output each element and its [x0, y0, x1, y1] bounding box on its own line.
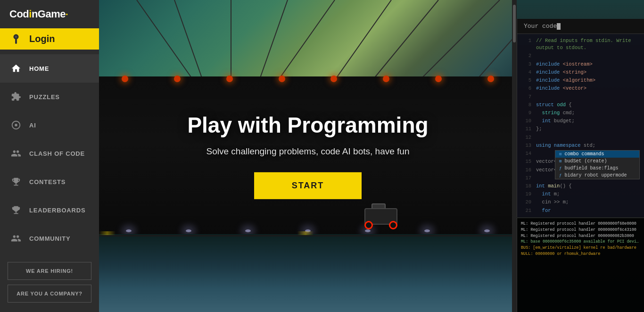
code-lines: 1// Read inputs from stdin. Write output… [517, 34, 644, 217]
floor-divider [99, 235, 512, 236]
bg-bottom-water [99, 234, 512, 312]
scrollbar[interactable] [512, 0, 517, 312]
hero-title: Play with Programming [173, 113, 442, 137]
code-line: 18int main() { [517, 182, 644, 190]
hero-subtitle: Solve challenging problems, code AI bots… [173, 145, 442, 158]
home-icon [9, 62, 23, 75]
nav-leaderboards-label: LEADERBOARDS [29, 207, 85, 214]
code-line: 10 int budget; [517, 117, 644, 125]
svg-line-4 [137, 0, 193, 80]
ac-item: ⊞ budSet (create) [555, 158, 639, 165]
code-panel: Your code 1// Read inputs from stdin. Wr… [517, 19, 644, 217]
bottom-buttons: WE ARE HIRING! ARE YOU A COMPANY? [0, 253, 99, 312]
clash-icon [9, 147, 23, 160]
ac-item: ⊞ combo commands [555, 151, 639, 158]
start-button[interactable]: START [254, 172, 362, 199]
code-line: 13using namespace std; [517, 142, 644, 150]
code-line: 9 string cmd; [517, 109, 644, 117]
code-line: 12 [517, 134, 644, 142]
code-panel-header: Your code [517, 19, 644, 34]
robot-wheel-left [364, 221, 373, 229]
sidebar-item-ai[interactable]: AI [0, 111, 99, 139]
autocomplete-popup: ⊞ combo commands ⊞ budSet (create) ƒ bud… [555, 150, 640, 179]
login-label: Login [29, 34, 55, 44]
svg-line-11 [420, 0, 500, 80]
svg-line-12 [476, 0, 512, 80]
nav-items: HOME PUZZLES AI [0, 50, 99, 253]
code-line: 11}; [517, 125, 644, 133]
joystick-icon [9, 33, 23, 46]
robot-vehicle [362, 203, 400, 229]
code-line: 8struct odd { [517, 101, 644, 109]
ac-item: ƒ budfield base:flags [555, 165, 639, 172]
svg-line-5 [174, 0, 203, 80]
puzzles-icon [9, 90, 23, 103]
community-icon [9, 232, 23, 245]
code-line: 7 [517, 93, 644, 101]
cursor [557, 23, 561, 30]
main-content: Your code 1// Read inputs from stdin. Wr… [99, 0, 644, 312]
code-line: 21 for [517, 207, 644, 215]
svg-point-3 [15, 124, 17, 126]
nav-community-label: COMMUNITY [29, 235, 70, 242]
svg-line-7 [259, 0, 288, 80]
code-line: 6#include <vector> [517, 84, 644, 93]
svg-line-8 [278, 0, 335, 80]
hiring-button[interactable]: WE ARE HIRING! [8, 262, 91, 280]
code-line: 4#include <string> [517, 68, 644, 76]
code-line: 19 int m; [517, 190, 644, 198]
road-markings [99, 231, 512, 235]
logo-area: CodinGame· [0, 0, 99, 28]
code-line: 1// Read inputs from stdin. Write output… [517, 37, 644, 52]
scrollbar-thumb[interactable] [513, 5, 516, 42]
sidebar-item-home[interactable]: HOME [0, 54, 99, 83]
sidebar-item-puzzles[interactable]: PUZZLES [0, 83, 99, 111]
terminal-line: NULL: 00000000 or rhomuk_hardware [521, 251, 640, 257]
nav-puzzles-label: PUZZLES [29, 93, 60, 101]
ac-item: ƒ bidary robot uppermode [555, 172, 639, 179]
code-panel-title: Your code [524, 23, 557, 30]
sidebar: CodinGame· Login HOME [0, 0, 99, 312]
code-line: 5#include <algorithm> [517, 76, 644, 84]
robot-wheel-right [389, 221, 397, 229]
sidebar-item-community[interactable]: COMMUNITY [0, 224, 99, 253]
nav-home-label: HOME [29, 65, 49, 72]
sidebar-item-leaderboards[interactable]: LEADERBOARDS [0, 196, 99, 224]
nav-ai-label: AI [29, 122, 36, 129]
nav-clash-label: CLASH OF CODE [29, 150, 85, 157]
hero-text-overlay: Play with Programming Solve challenging … [173, 113, 442, 199]
terminal-panel: ML: Registered protocol handler 00000000… [517, 218, 644, 312]
contests-icon [9, 175, 23, 188]
terminal-line: ML: base 00000000f6c35000 available for … [521, 239, 640, 245]
sidebar-item-contests[interactable]: CONTESTS [0, 168, 99, 196]
svg-point-2 [15, 36, 17, 38]
nav-contests-label: CONTESTS [29, 178, 66, 186]
leaderboards-icon [9, 203, 23, 217]
logo: CodinGame· [9, 8, 68, 20]
svg-rect-1 [15, 39, 17, 44]
company-button[interactable]: ARE YOU A COMPANY? [8, 285, 91, 303]
terminal-line: ML: Registered protocol handler 00000000… [521, 227, 640, 233]
code-line: 20 cin >> m; [517, 198, 644, 206]
sidebar-item-clash[interactable]: CLASH OF CODE [0, 139, 99, 168]
terminal-line: BUS: [em_write/virtalize] kernel re bad/… [521, 245, 640, 251]
code-line: 3#include <iostream> [517, 60, 644, 68]
terminal-line: ML: Registered protocol handler 00000000… [521, 221, 640, 227]
ai-icon [9, 118, 23, 132]
login-button[interactable]: Login [0, 28, 99, 50]
code-line: 2 [517, 52, 644, 60]
terminal-line: ML: Registered protocol handler 00000000… [521, 233, 640, 239]
